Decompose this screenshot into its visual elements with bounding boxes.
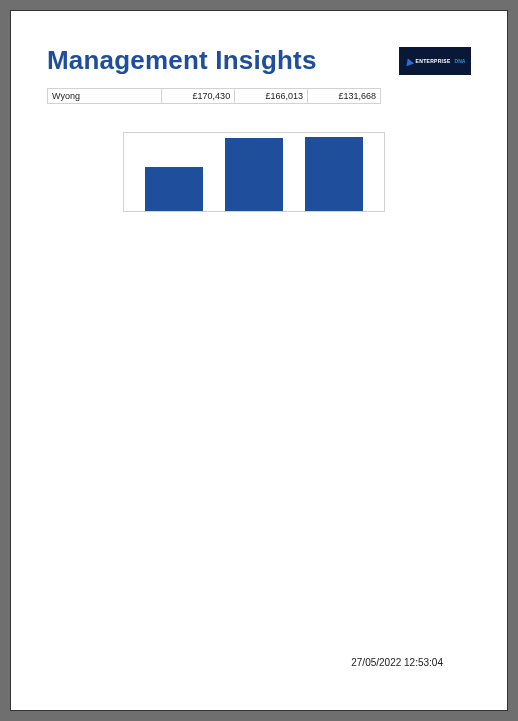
bar-2	[225, 138, 283, 211]
cell-value: £131,668	[308, 89, 381, 104]
logo-subtext: DNA	[455, 58, 466, 64]
table-row: Wyong £170,430 £166,013 £131,668	[48, 89, 381, 104]
page-title: Management Insights	[47, 45, 317, 76]
bar-chart	[123, 132, 385, 212]
summary-table: Wyong £170,430 £166,013 £131,668	[47, 88, 381, 104]
row-label: Wyong	[48, 89, 162, 104]
logo-text: ENTERPRISE	[416, 58, 451, 64]
cell-value: £170,430	[162, 89, 235, 104]
report-page: Management Insights ENTERPRISE DNA Wyong…	[10, 10, 508, 711]
header: Management Insights ENTERPRISE DNA	[47, 45, 471, 76]
logo-icon	[404, 56, 414, 65]
bar-3	[305, 137, 363, 211]
brand-logo: ENTERPRISE DNA	[399, 47, 471, 75]
bar-1	[145, 167, 203, 211]
footer-timestamp: 27/05/2022 12:53:04	[351, 657, 443, 668]
cell-value: £166,013	[235, 89, 308, 104]
